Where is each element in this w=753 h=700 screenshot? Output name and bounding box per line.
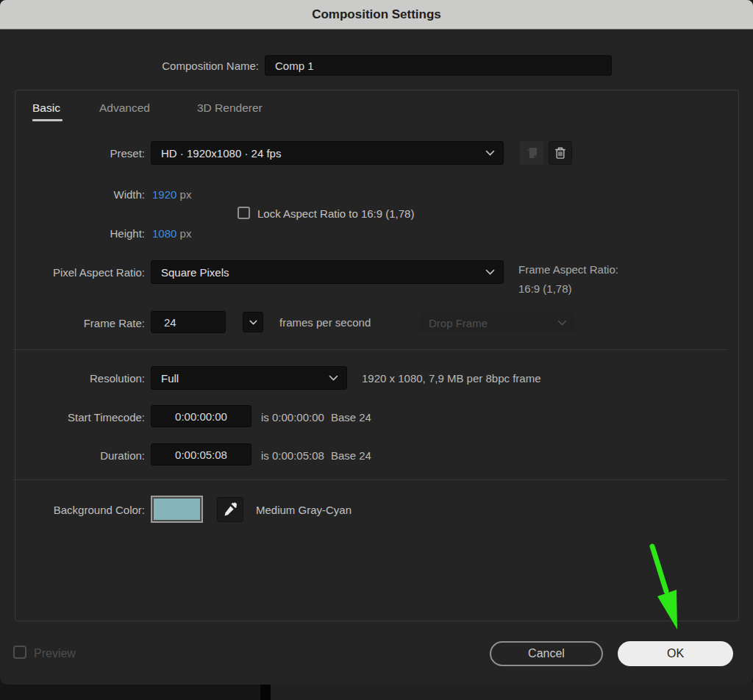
frame-rate-dropdown-button[interactable] [243, 312, 263, 332]
height-value[interactable]: 1080 [152, 227, 176, 240]
width-value-row: 1920 px [152, 188, 191, 201]
delete-preset-button[interactable] [549, 141, 572, 165]
start-timecode-label: Start Timecode: [0, 411, 145, 424]
eyedropper-button[interactable] [217, 497, 243, 522]
dialog-title-bar[interactable]: Composition Settings [0, 0, 753, 29]
width-unit: px [180, 188, 192, 201]
background-panel-left [0, 682, 260, 700]
width-label: Width: [0, 188, 145, 201]
chevron-down-icon [249, 320, 257, 325]
frame-rate-label: Frame Rate: [0, 317, 145, 329]
active-tab-underline [32, 119, 63, 121]
frame-rate-value: 24 [151, 316, 176, 329]
drop-frame-value: Drop Frame [419, 317, 488, 329]
height-value-row: 1080 px [152, 227, 191, 240]
composition-name-label: Composition Name: [0, 60, 259, 72]
separator [13, 349, 728, 350]
background-color-label: Background Color: [0, 504, 145, 516]
tab-basic[interactable]: Basic [32, 101, 60, 115]
preview-label: Preview [34, 647, 76, 660]
resolution-dropdown[interactable]: Full [151, 366, 347, 390]
resolution-value: Full [151, 372, 179, 385]
duration-label: Duration: [0, 449, 145, 462]
drop-frame-dropdown: Drop Frame [419, 312, 575, 333]
settings-panel [15, 90, 739, 621]
resolution-info: 1920 x 1080, 7,9 MB per 8bpc frame [362, 372, 540, 385]
trash-icon [553, 146, 568, 160]
frame-rate-input[interactable]: 24 [151, 311, 226, 333]
separator [13, 479, 728, 480]
dialog-title: Composition Settings [312, 7, 441, 22]
save-preset-button[interactable] [520, 141, 543, 165]
pixel-aspect-ratio-label: Pixel Aspect Ratio: [0, 266, 145, 279]
composition-name-input[interactable]: Comp 1 [265, 55, 612, 76]
composition-settings-dialog: Composition Settings Composition Name: C… [0, 0, 753, 685]
resolution-label: Resolution: [0, 372, 145, 385]
background-panel-right [271, 682, 753, 700]
frame-aspect-ratio-value: 16:9 (1,78) [518, 282, 572, 295]
composition-name-value: Comp 1 [265, 60, 314, 72]
ok-button[interactable]: OK [618, 641, 733, 666]
save-preset-icon [524, 146, 539, 160]
preview-checkbox[interactable] [13, 646, 26, 659]
background-color-name: Medium Gray-Cyan [256, 504, 351, 516]
pixel-aspect-ratio-dropdown[interactable]: Square Pixels [151, 260, 504, 284]
tab-3d-renderer[interactable]: 3D Renderer [197, 101, 263, 115]
height-label: Height: [0, 227, 145, 240]
pixel-aspect-ratio-value: Square Pixels [151, 266, 229, 279]
cancel-button[interactable]: Cancel [490, 641, 603, 666]
width-value[interactable]: 1920 [152, 188, 176, 201]
start-timecode-info: is 0:00:00:00Base 24 [261, 411, 371, 424]
duration-input[interactable]: 0:00:05:08 [151, 443, 251, 465]
chevron-down-icon [485, 150, 495, 156]
lock-aspect-ratio-checkbox[interactable] [238, 207, 250, 219]
chevron-down-icon [329, 375, 338, 381]
tab-advanced[interactable]: Advanced [99, 101, 150, 115]
background-panel-divider [260, 682, 271, 700]
start-timecode-input[interactable]: 0:00:00:00 [151, 405, 251, 427]
duration-info: is 0:00:05:08Base 24 [261, 449, 371, 462]
preset-value: HD · 1920x1080 · 24 fps [151, 147, 281, 160]
start-timecode-value: 0:00:00:00 [175, 410, 227, 423]
background-color-swatch[interactable] [151, 496, 203, 523]
composition-settings-dialog-screen: Composition Settings Composition Name: C… [0, 0, 753, 700]
eyedropper-icon [222, 501, 238, 518]
chevron-down-icon [557, 320, 567, 326]
frame-aspect-ratio-label: Frame Aspect Ratio: [518, 263, 618, 276]
preset-label: Preset: [0, 147, 145, 160]
frames-per-second-label: frames per second [279, 316, 371, 329]
lock-aspect-ratio-label: Lock Aspect Ratio to 16:9 (1,78) [257, 207, 414, 220]
preset-dropdown[interactable]: HD · 1920x1080 · 24 fps [151, 141, 504, 165]
height-unit: px [180, 227, 192, 240]
chevron-down-icon [485, 269, 495, 275]
duration-value: 0:00:05:08 [175, 449, 227, 461]
